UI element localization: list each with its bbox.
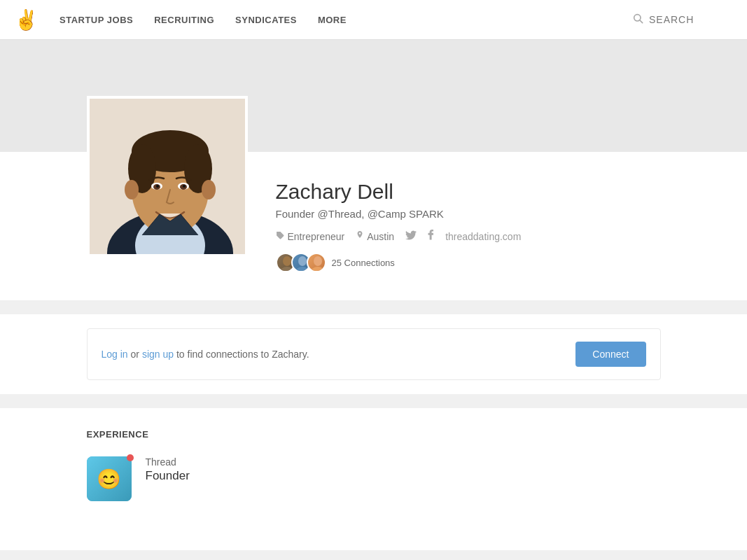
- connect-or: or: [128, 349, 142, 360]
- connection-avatar-3: [307, 253, 326, 272]
- search-input[interactable]: [649, 14, 733, 25]
- navbar: ✌️ STARTUP JOBS RECRUITING SYNDICATES MO…: [0, 0, 747, 40]
- tag-icon: [276, 231, 285, 242]
- profile-photo: [87, 96, 248, 257]
- svg-point-19: [283, 256, 291, 266]
- search-area: [632, 13, 733, 27]
- avatar-stack: [276, 253, 326, 272]
- company-logo-emoji: 😊: [97, 468, 121, 491]
- profile-info: Zachary Dell Founder @Thread, @Camp SPAR…: [276, 152, 661, 272]
- experience-title: EXPERIENCE: [87, 429, 661, 440]
- company-logo-inner: 😊: [87, 456, 132, 501]
- profile-title: Founder @Thread, @Camp SPARK: [276, 208, 661, 220]
- twitter-icon[interactable]: [405, 230, 417, 242]
- login-link[interactable]: Log in: [102, 349, 128, 360]
- facebook-icon[interactable]: [428, 230, 434, 243]
- profile-image: [90, 99, 248, 257]
- svg-point-14: [156, 185, 159, 188]
- search-icon: [632, 13, 643, 27]
- profile-meta: Entrepreneur Austin threaddating.c: [276, 230, 661, 243]
- svg-point-21: [298, 256, 307, 266]
- svg-point-20: [280, 267, 294, 272]
- website-link[interactable]: threaddating.com: [445, 231, 521, 242]
- profile-section: Zachary Dell Founder @Thread, @Camp SPAR…: [0, 40, 747, 300]
- company-logo-dot: [127, 454, 134, 461]
- nav-recruiting[interactable]: RECRUITING: [154, 15, 214, 25]
- connect-section: Log in or sign up to find connections to…: [0, 314, 747, 394]
- logo-icon[interactable]: ✌️: [14, 8, 39, 31]
- nav-more[interactable]: MORE: [318, 15, 347, 25]
- signup-link[interactable]: sign up: [142, 349, 174, 360]
- svg-point-24: [311, 267, 325, 272]
- connect-text: Log in or sign up to find connections to…: [102, 349, 309, 360]
- location-icon: [356, 230, 364, 242]
- nav-syndicates[interactable]: SYNDICATES: [235, 15, 297, 25]
- experience-details: Thread Founder: [146, 456, 190, 483]
- profile-container: Zachary Dell Founder @Thread, @Camp SPAR…: [59, 152, 689, 272]
- connect-button[interactable]: Connect: [575, 342, 645, 367]
- experience-item: 😊 Thread Founder: [87, 456, 661, 501]
- profile-name: Zachary Dell: [276, 180, 661, 204]
- tag-meta: Entrepreneur: [276, 231, 345, 242]
- experience-section: EXPERIENCE 😊 Thread Founder: [0, 408, 747, 550]
- job-role: Founder: [146, 469, 190, 483]
- connect-container: Log in or sign up to find connections to…: [59, 328, 689, 380]
- nav-startup-jobs[interactable]: STARTUP JOBS: [60, 15, 133, 25]
- connect-box: Log in or sign up to find connections to…: [87, 328, 661, 380]
- location-label: Austin: [367, 231, 394, 242]
- svg-point-22: [295, 267, 309, 272]
- svg-point-17: [202, 180, 216, 200]
- location-meta: Austin: [356, 230, 394, 242]
- experience-container: EXPERIENCE 😊 Thread Founder: [59, 408, 689, 522]
- nav-links: STARTUP JOBS RECRUITING SYNDICATES MORE: [60, 15, 632, 25]
- connections-row: 25 Connections: [276, 253, 661, 272]
- connect-suffix: to find connections to Zachary.: [174, 349, 309, 360]
- company-name: Thread: [146, 456, 190, 468]
- tag-label: Entrepreneur: [288, 231, 345, 242]
- profile-photo-wrap: [87, 96, 248, 257]
- main-content: Zachary Dell Founder @Thread, @Camp SPAR…: [0, 40, 747, 560]
- svg-point-23: [314, 256, 322, 266]
- svg-point-16: [125, 180, 139, 200]
- company-logo: 😊: [87, 456, 132, 501]
- svg-point-15: [183, 185, 186, 188]
- connections-count: 25 Connections: [332, 258, 395, 268]
- svg-line-1: [640, 20, 643, 23]
